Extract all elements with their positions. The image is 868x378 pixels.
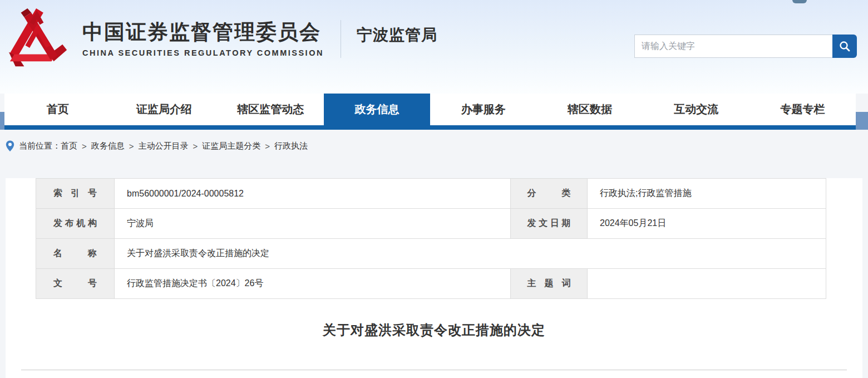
meta-label-doc-number: 文号 [36,269,115,299]
table-row: 名称 关于对盛洪采取责令改正措施的决定 [36,239,826,269]
location-pin-icon [6,140,14,152]
meta-label-category: 分类 [511,179,588,209]
meta-value-title: 关于对盛洪采取责令改正措施的决定 [115,239,826,269]
breadcrumb-link-topic-category[interactable]: 证监局主题分类 [202,141,260,151]
breadcrumb-separator: > [265,141,270,151]
site-header: 中国证券监督管理委员会 CHINA SECURITIES REGULATORY … [0,0,868,94]
table-row: 发布机构 宁波局 发文日期 2024年05月21日 [36,209,826,239]
nav-item-regional-data[interactable]: 辖区数据 [536,94,643,125]
meta-value-index-no: bm56000001/2024-00005812 [115,179,511,209]
nav-item-home[interactable]: 首页 [4,94,111,125]
content-card: 索引号 bm56000001/2024-00005812 分类 行政执法;行政监… [6,178,862,378]
article-title: 关于对盛洪采取责令改正措施的决定 [6,321,862,339]
breadcrumb-separator: > [129,141,134,151]
breadcrumb: 当前位置： 首页 > 政务信息 > 主动公开目录 > 证监局主题分类 > 行政执… [0,130,868,163]
breadcrumb-link-gov-info[interactable]: 政务信息 [91,141,125,151]
search-icon [839,40,851,52]
header-divider [341,20,341,58]
org-name-cn: 中国证券监督管理委员会 [82,21,324,45]
nav-item-services[interactable]: 办事服务 [430,94,536,125]
search-button[interactable] [832,35,857,58]
nav-item-bureau-intro[interactable]: 证监局介绍 [111,94,217,125]
main-nav: 首页 证监局介绍 辖区监管动态 政务信息 办事服务 辖区数据 互动交流 专题专栏 [0,94,868,130]
breadcrumb-separator: > [82,141,87,151]
meta-label-keywords: 主题词 [511,269,588,299]
nav-edge-left [0,112,4,130]
search-input[interactable] [634,35,832,58]
nav-item-special-topics[interactable]: 专题专栏 [749,94,856,125]
nav-bottom-strip [4,125,856,130]
breadcrumb-link-home[interactable]: 首页 [61,141,77,151]
search-bar [634,35,857,58]
meta-value-issuer: 宁波局 [115,209,511,239]
nav-edge-right [856,112,868,130]
meta-label-index-no: 索引号 [36,179,115,209]
clipped-widget-icon [792,0,807,3]
meta-label-title: 名称 [36,239,115,269]
breadcrumb-separator: > [193,141,198,151]
org-name-en: CHINA SECURITIES REGULATORY COMMISSION [82,48,324,57]
article-divider [21,370,847,370]
breadcrumb-link-enforcement[interactable]: 行政执法 [274,141,308,151]
meta-value-keywords [588,269,826,299]
meta-value-doc-number: 行政监管措施决定书〔2024〕26号 [115,269,511,299]
nav-item-regional-news[interactable]: 辖区监管动态 [218,94,324,125]
meta-value-issue-date: 2024年05月21日 [588,209,826,239]
csrc-logo [6,8,71,70]
meta-value-category: 行政执法;行政监管措施 [588,179,826,209]
meta-label-issue-date: 发文日期 [511,209,588,239]
table-row: 文号 行政监管措施决定书〔2024〕26号 主题词 [36,269,826,299]
table-row: 索引号 bm56000001/2024-00005812 分类 行政执法;行政监… [36,179,826,209]
breadcrumb-link-open-directory[interactable]: 主动公开目录 [139,141,189,151]
breadcrumb-prefix: 当前位置： [19,141,61,151]
nav-item-gov-info[interactable]: 政务信息 [324,94,430,130]
meta-label-issuer: 发布机构 [36,209,115,239]
document-meta-table: 索引号 bm56000001/2024-00005812 分类 行政执法;行政监… [36,178,826,299]
nav-item-interaction[interactable]: 互动交流 [643,94,749,125]
bureau-name: 宁波监管局 [357,24,437,46]
